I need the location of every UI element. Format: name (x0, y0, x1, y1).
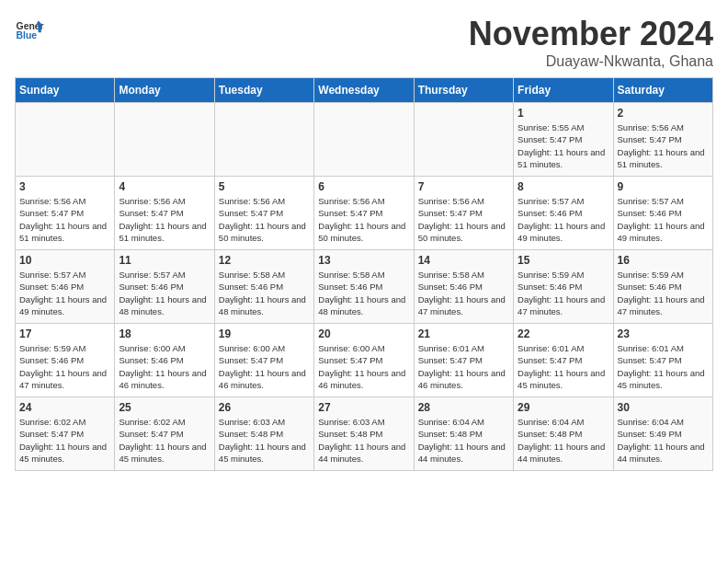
day-info: Sunrise: 5:57 AM Sunset: 5:46 PM Dayligh… (518, 195, 609, 244)
day-number: 24 (19, 401, 110, 414)
day-info: Sunrise: 6:04 AM Sunset: 5:48 PM Dayligh… (518, 416, 609, 465)
calendar-day-cell (16, 103, 115, 177)
day-number: 5 (219, 180, 310, 193)
calendar-day-cell: 13Sunrise: 5:58 AM Sunset: 5:46 PM Dayli… (314, 250, 414, 324)
calendar-day-cell: 5Sunrise: 5:56 AM Sunset: 5:47 PM Daylig… (214, 177, 313, 250)
day-number: 11 (119, 254, 210, 267)
calendar-day-cell: 9Sunrise: 5:57 AM Sunset: 5:46 PM Daylig… (613, 177, 712, 250)
day-number: 15 (518, 254, 609, 267)
calendar-day-cell: 21Sunrise: 6:01 AM Sunset: 5:47 PM Dayli… (414, 324, 513, 397)
calendar-day-cell: 24Sunrise: 6:02 AM Sunset: 5:47 PM Dayli… (16, 397, 115, 471)
weekday-header-row: SundayMondayTuesdayWednesdayThursdayFrid… (16, 78, 713, 103)
day-info: Sunrise: 5:56 AM Sunset: 5:47 PM Dayligh… (418, 195, 509, 244)
day-number: 16 (618, 254, 709, 267)
calendar-day-cell: 10Sunrise: 5:57 AM Sunset: 5:46 PM Dayli… (16, 250, 115, 324)
day-info: Sunrise: 5:56 AM Sunset: 5:47 PM Dayligh… (318, 195, 409, 244)
calendar-week-row: 3Sunrise: 5:56 AM Sunset: 5:47 PM Daylig… (16, 177, 713, 250)
calendar-week-row: 17Sunrise: 5:59 AM Sunset: 5:46 PM Dayli… (16, 324, 713, 397)
day-info: Sunrise: 5:55 AM Sunset: 5:47 PM Dayligh… (518, 121, 609, 170)
day-number: 10 (19, 254, 110, 267)
calendar-day-cell: 19Sunrise: 6:00 AM Sunset: 5:47 PM Dayli… (214, 324, 313, 397)
day-number: 30 (618, 401, 709, 414)
day-info: Sunrise: 6:01 AM Sunset: 5:47 PM Dayligh… (618, 342, 709, 391)
day-number: 29 (518, 401, 609, 414)
day-info: Sunrise: 5:56 AM Sunset: 5:47 PM Dayligh… (119, 195, 210, 244)
calendar-day-cell: 23Sunrise: 6:01 AM Sunset: 5:47 PM Dayli… (613, 324, 712, 397)
calendar-day-cell: 15Sunrise: 5:59 AM Sunset: 5:46 PM Dayli… (514, 250, 613, 324)
calendar-day-cell: 28Sunrise: 6:04 AM Sunset: 5:48 PM Dayli… (414, 397, 513, 471)
day-number: 8 (518, 180, 609, 193)
calendar-day-cell: 14Sunrise: 5:58 AM Sunset: 5:46 PM Dayli… (414, 250, 513, 324)
day-info: Sunrise: 5:57 AM Sunset: 5:46 PM Dayligh… (618, 195, 709, 244)
calendar-week-row: 10Sunrise: 5:57 AM Sunset: 5:46 PM Dayli… (16, 250, 713, 324)
day-info: Sunrise: 6:04 AM Sunset: 5:48 PM Dayligh… (418, 416, 509, 465)
day-number: 9 (618, 180, 709, 193)
calendar-day-cell (314, 103, 414, 177)
calendar-table: SundayMondayTuesdayWednesdayThursdayFrid… (15, 77, 713, 471)
calendar-day-cell: 6Sunrise: 5:56 AM Sunset: 5:47 PM Daylig… (314, 177, 414, 250)
day-number: 2 (618, 107, 709, 120)
calendar-day-cell: 4Sunrise: 5:56 AM Sunset: 5:47 PM Daylig… (115, 177, 214, 250)
calendar-day-cell: 2Sunrise: 5:56 AM Sunset: 5:47 PM Daylig… (613, 103, 712, 177)
location-title: Duayaw-Nkwanta, Ghana (469, 53, 713, 70)
calendar-day-cell (115, 103, 214, 177)
day-number: 27 (318, 401, 409, 414)
day-info: Sunrise: 6:02 AM Sunset: 5:47 PM Dayligh… (19, 416, 110, 465)
day-info: Sunrise: 5:58 AM Sunset: 5:46 PM Dayligh… (418, 269, 509, 317)
calendar-day-cell (214, 103, 313, 177)
day-number: 19 (219, 327, 310, 340)
day-info: Sunrise: 6:01 AM Sunset: 5:47 PM Dayligh… (518, 342, 609, 391)
day-number: 23 (618, 327, 709, 340)
day-number: 20 (318, 327, 409, 340)
day-info: Sunrise: 6:04 AM Sunset: 5:49 PM Dayligh… (618, 416, 709, 465)
day-number: 13 (318, 254, 409, 267)
day-info: Sunrise: 6:00 AM Sunset: 5:46 PM Dayligh… (119, 342, 210, 391)
day-number: 26 (219, 401, 310, 414)
day-info: Sunrise: 6:02 AM Sunset: 5:47 PM Dayligh… (119, 416, 210, 465)
day-info: Sunrise: 5:59 AM Sunset: 5:46 PM Dayligh… (618, 269, 709, 317)
weekday-header-cell: Wednesday (314, 78, 414, 103)
header: General Blue November 2024 Duayaw-Nkwant… (15, 15, 713, 70)
calendar-day-cell: 12Sunrise: 5:58 AM Sunset: 5:46 PM Dayli… (214, 250, 313, 324)
calendar-day-cell: 25Sunrise: 6:02 AM Sunset: 5:47 PM Dayli… (115, 397, 214, 471)
day-number: 21 (418, 327, 509, 340)
day-info: Sunrise: 5:59 AM Sunset: 5:46 PM Dayligh… (19, 342, 110, 391)
day-number: 25 (119, 401, 210, 414)
day-number: 14 (418, 254, 509, 267)
calendar-day-cell: 7Sunrise: 5:56 AM Sunset: 5:47 PM Daylig… (414, 177, 513, 250)
day-info: Sunrise: 6:03 AM Sunset: 5:48 PM Dayligh… (219, 416, 310, 465)
weekday-header-cell: Friday (514, 78, 613, 103)
day-number: 4 (119, 180, 210, 193)
calendar-body: 1Sunrise: 5:55 AM Sunset: 5:47 PM Daylig… (16, 103, 713, 471)
day-number: 22 (518, 327, 609, 340)
calendar-day-cell (414, 103, 513, 177)
calendar-day-cell: 29Sunrise: 6:04 AM Sunset: 5:48 PM Dayli… (514, 397, 613, 471)
day-info: Sunrise: 5:57 AM Sunset: 5:46 PM Dayligh… (119, 269, 210, 317)
day-info: Sunrise: 6:00 AM Sunset: 5:47 PM Dayligh… (318, 342, 409, 391)
calendar-day-cell: 18Sunrise: 6:00 AM Sunset: 5:46 PM Dayli… (115, 324, 214, 397)
day-number: 12 (219, 254, 310, 267)
calendar-day-cell: 3Sunrise: 5:56 AM Sunset: 5:47 PM Daylig… (16, 177, 115, 250)
title-block: November 2024 Duayaw-Nkwanta, Ghana (469, 15, 713, 70)
calendar-day-cell: 8Sunrise: 5:57 AM Sunset: 5:46 PM Daylig… (514, 177, 613, 250)
calendar-day-cell: 27Sunrise: 6:03 AM Sunset: 5:48 PM Dayli… (314, 397, 414, 471)
calendar-day-cell: 17Sunrise: 5:59 AM Sunset: 5:46 PM Dayli… (16, 324, 115, 397)
day-info: Sunrise: 5:57 AM Sunset: 5:46 PM Dayligh… (19, 269, 110, 317)
calendar-day-cell: 11Sunrise: 5:57 AM Sunset: 5:46 PM Dayli… (115, 250, 214, 324)
calendar-day-cell: 20Sunrise: 6:00 AM Sunset: 5:47 PM Dayli… (314, 324, 414, 397)
calendar-day-cell: 16Sunrise: 5:59 AM Sunset: 5:46 PM Dayli… (613, 250, 712, 324)
day-number: 17 (19, 327, 110, 340)
logo: General Blue (15, 15, 44, 44)
month-title: November 2024 (469, 15, 713, 53)
svg-text:Blue: Blue (17, 30, 38, 40)
day-number: 1 (518, 107, 609, 120)
calendar-day-cell: 30Sunrise: 6:04 AM Sunset: 5:49 PM Dayli… (613, 397, 712, 471)
weekday-header-cell: Monday (115, 78, 214, 103)
weekday-header-cell: Saturday (613, 78, 712, 103)
day-info: Sunrise: 5:59 AM Sunset: 5:46 PM Dayligh… (518, 269, 609, 317)
day-number: 6 (318, 180, 409, 193)
day-info: Sunrise: 5:56 AM Sunset: 5:47 PM Dayligh… (618, 121, 709, 170)
day-number: 28 (418, 401, 509, 414)
day-info: Sunrise: 6:03 AM Sunset: 5:48 PM Dayligh… (318, 416, 409, 465)
calendar-day-cell: 1Sunrise: 5:55 AM Sunset: 5:47 PM Daylig… (514, 103, 613, 177)
